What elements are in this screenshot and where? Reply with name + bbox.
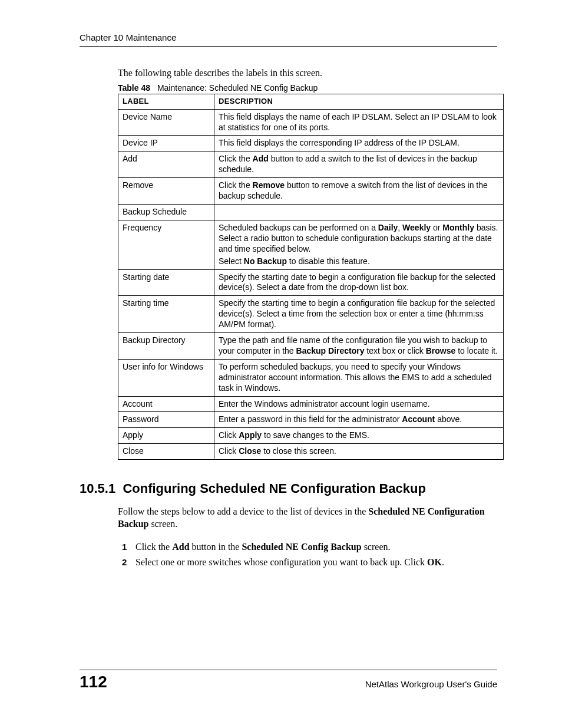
table-row: PasswordEnter a password in this field f…: [118, 412, 504, 428]
row-label: Remove: [118, 178, 214, 205]
section-title: Configuring Scheduled NE Configuration B…: [123, 481, 426, 496]
footer-rule: [80, 670, 497, 670]
table-row: Device NameThis field displays the name …: [118, 109, 504, 136]
table-row: Device IPThis field displays the corresp…: [118, 136, 504, 151]
row-label: Add: [118, 151, 214, 178]
page-footer: 112 NetAtlas Workgroup User's Guide: [80, 670, 497, 691]
chapter-header: Chapter 10 Maintenance: [80, 32, 497, 42]
row-label: Account: [118, 396, 214, 412]
table-row: RemoveClick the Remove button to remove …: [118, 178, 504, 205]
step-item: Click the Add button in the Scheduled NE…: [118, 540, 497, 554]
row-label: Frequency: [118, 220, 214, 269]
col-header-description: DESCRIPTION: [214, 94, 504, 110]
section-heading: 10.5.1 Configuring Scheduled NE Configur…: [80, 481, 497, 496]
row-description: Enter a password in this field for the a…: [214, 412, 504, 428]
table-row: AddClick the Add button to add a switch …: [118, 151, 504, 178]
row-description: Click the Remove button to remove a swit…: [214, 178, 504, 205]
table-title: Maintenance: Scheduled NE Config Backup: [157, 83, 318, 93]
row-description: Scheduled backups can be performed on a …: [214, 220, 504, 269]
row-label: Backup Schedule: [118, 204, 214, 220]
row-description: To perform scheduled backups, you need t…: [214, 359, 504, 396]
table-row: FrequencyScheduled backups can be perfor…: [118, 220, 504, 269]
row-label: Device IP: [118, 136, 214, 151]
steps-list: Click the Add button in the Scheduled NE…: [118, 540, 497, 569]
row-description: Click Close to close this screen.: [214, 444, 504, 460]
row-description: Click Apply to save changes to the EMS.: [214, 428, 504, 444]
row-description: Type the path and file name of the confi…: [214, 333, 504, 360]
row-description: Specify the starting date to begin a con…: [214, 269, 504, 296]
row-label: User info for Windows: [118, 359, 214, 396]
table-row: Backup DirectoryType the path and file n…: [118, 333, 504, 360]
section-paragraph: Follow the steps below to add a device t…: [118, 506, 497, 531]
table-row: User info for WindowsTo perform schedule…: [118, 359, 504, 396]
table-row: ApplyClick Apply to save changes to the …: [118, 428, 504, 444]
row-description: Specify the starting time to begin a con…: [214, 296, 504, 333]
row-description: [214, 204, 504, 220]
header-rule: [80, 46, 497, 47]
row-description: This field displays the corresponding IP…: [214, 136, 504, 151]
step-item: Select one or more switches whose config…: [118, 555, 497, 569]
table-row: AccountEnter the Windows administrator a…: [118, 396, 504, 412]
row-label: Starting date: [118, 269, 214, 296]
table-caption: Table 48 Maintenance: Scheduled NE Confi…: [118, 83, 497, 93]
row-label: Password: [118, 412, 214, 428]
row-description: Enter the Windows administrator account …: [214, 396, 504, 412]
table-row: Backup Schedule: [118, 204, 504, 220]
row-description: Click the Add button to add a switch to …: [214, 151, 504, 178]
description-table: LABEL DESCRIPTION Device NameThis field …: [118, 94, 504, 460]
row-label: Close: [118, 444, 214, 460]
row-label: Starting time: [118, 296, 214, 333]
row-label: Backup Directory: [118, 333, 214, 360]
intro-text: The following table describes the labels…: [118, 68, 497, 78]
table-row: Starting dateSpecify the starting date t…: [118, 269, 504, 296]
table-row: Starting timeSpecify the starting time t…: [118, 296, 504, 333]
row-description: This field displays the name of each IP …: [214, 109, 504, 136]
guide-title: NetAtlas Workgroup User's Guide: [365, 679, 497, 689]
table-row: CloseClick Close to close this screen.: [118, 444, 504, 460]
row-label: Apply: [118, 428, 214, 444]
col-header-label: LABEL: [118, 94, 214, 110]
row-label: Device Name: [118, 109, 214, 136]
table-header-row: LABEL DESCRIPTION: [118, 94, 504, 110]
section-number: 10.5.1: [80, 481, 115, 496]
page-number: 112: [80, 673, 107, 691]
table-number: Table 48: [118, 83, 150, 93]
